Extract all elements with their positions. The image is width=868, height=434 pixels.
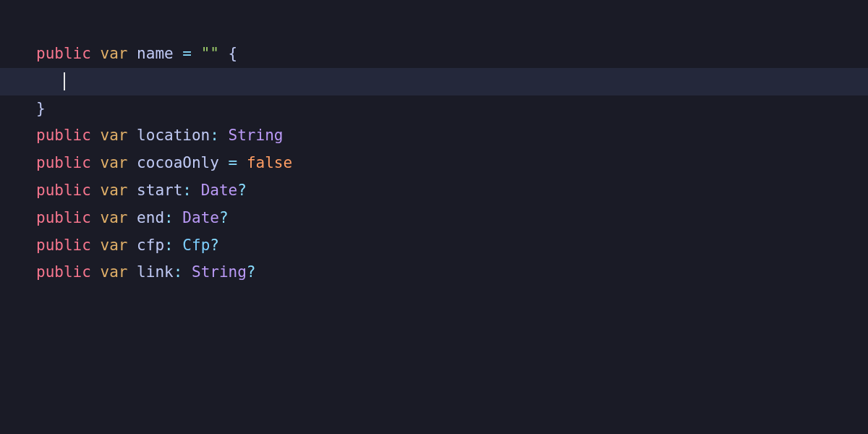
keyword-var: var xyxy=(101,122,128,150)
type-name: String xyxy=(192,259,247,286)
identifier: name xyxy=(137,41,174,68)
identifier: cocoaOnly xyxy=(137,150,219,177)
keyword-var: var xyxy=(101,177,128,205)
keyword-public: public xyxy=(36,150,91,177)
identifier: location xyxy=(137,122,210,150)
operator-equals: = xyxy=(229,150,238,177)
operator-colon: : xyxy=(182,177,192,205)
type-name: Cfp xyxy=(182,232,210,260)
code-line[interactable]: public var cfp: Cfp? xyxy=(0,232,868,260)
type-name: Date xyxy=(201,177,238,205)
keyword-var: var xyxy=(101,205,128,232)
type-name: String xyxy=(229,122,284,150)
code-editor[interactable]: public var name = "" { } public var loca… xyxy=(0,0,868,286)
string-literal: "" xyxy=(201,41,219,68)
keyword-public: public xyxy=(36,232,91,260)
code-line-active[interactable] xyxy=(0,68,868,95)
keyword-public: public xyxy=(36,122,91,150)
code-line[interactable]: public var start: Date? xyxy=(0,177,868,205)
bool-literal: false xyxy=(247,150,292,177)
operator-optional: ? xyxy=(237,177,247,205)
keyword-public: public xyxy=(36,177,91,205)
code-line[interactable]: public var name = "" { xyxy=(0,41,868,68)
code-line[interactable]: public var link: String? xyxy=(0,259,868,286)
brace-open: { xyxy=(229,41,238,68)
operator-colon: : xyxy=(164,205,174,232)
identifier: end xyxy=(137,205,164,232)
keyword-var: var xyxy=(101,150,128,177)
identifier: link xyxy=(137,259,174,286)
code-line[interactable]: public var end: Date? xyxy=(0,205,868,232)
operator-colon: : xyxy=(164,232,174,260)
type-name: Date xyxy=(182,205,219,232)
keyword-public: public xyxy=(36,41,91,68)
keyword-var: var xyxy=(101,41,128,68)
keyword-public: public xyxy=(36,259,91,286)
identifier: cfp xyxy=(137,232,164,260)
code-line[interactable]: } xyxy=(0,95,868,123)
operator-optional: ? xyxy=(219,205,229,232)
brace-close: } xyxy=(36,95,46,123)
operator-colon: : xyxy=(174,259,183,286)
keyword-var: var xyxy=(101,259,128,286)
operator-optional: ? xyxy=(247,259,256,286)
operator-optional: ? xyxy=(210,232,219,260)
keyword-public: public xyxy=(36,205,91,232)
operator-equals: = xyxy=(182,41,192,68)
code-line[interactable]: public var cocoaOnly = false xyxy=(0,150,868,177)
operator-colon: : xyxy=(210,122,219,150)
code-line[interactable]: public var location: String xyxy=(0,122,868,150)
identifier: start xyxy=(137,177,182,205)
keyword-var: var xyxy=(101,232,128,260)
text-cursor xyxy=(64,72,65,90)
